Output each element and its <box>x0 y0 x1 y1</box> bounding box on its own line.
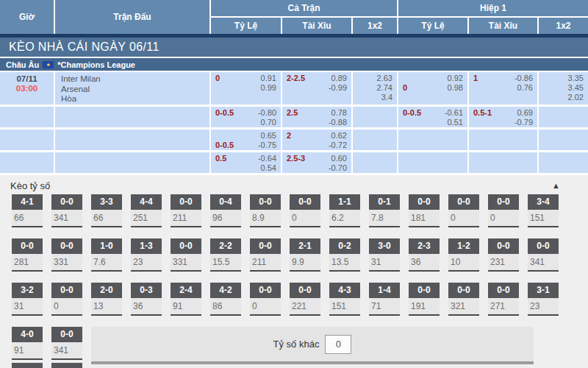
score-odds[interactable]: 0 <box>290 210 320 227</box>
h1-handicap-cell[interactable]: 00.920.98 <box>398 72 467 105</box>
score-odds[interactable]: 66 <box>91 210 122 227</box>
score-odds[interactable]: 211 <box>250 254 281 272</box>
score-odds[interactable]: 13.5 <box>329 254 360 272</box>
score-cell[interactable]: 0-0341 <box>51 327 82 360</box>
score-odds[interactable]: 15.5 <box>210 254 241 272</box>
score-odds[interactable]: 10 <box>448 254 479 272</box>
score-odds[interactable]: 23 <box>131 254 162 272</box>
other-score-input[interactable]: 0 <box>325 335 351 354</box>
score-cell[interactable]: 4-166 <box>12 194 43 227</box>
ft-handicap-cell[interactable]: 0-0.5-0.800.70 <box>211 107 281 127</box>
score-cell[interactable]: 3-4151 <box>528 194 559 227</box>
score-cell[interactable]: 0-00 <box>250 283 281 316</box>
score-odds[interactable]: 0 <box>488 210 519 227</box>
score-odds[interactable]: 151 <box>528 210 559 227</box>
score-cell[interactable]: 2-19.9 <box>290 238 320 272</box>
h1-over-under-cell[interactable]: 0.5-10.69-0.79 <box>469 107 537 127</box>
score-odds[interactable]: 91 <box>171 298 201 316</box>
score-cell[interactable]: 1-323 <box>131 238 162 272</box>
score-odds[interactable]: 0 <box>250 298 281 316</box>
score-odds[interactable]: 86 <box>210 298 241 316</box>
score-cell[interactable]: 0-0181 <box>409 194 440 227</box>
score-odds[interactable]: 31 <box>12 298 43 316</box>
score-cell[interactable]: 4-286 <box>210 283 241 316</box>
score-cell[interactable]: 0-0331 <box>51 238 82 272</box>
score-cell[interactable]: 2-215.5 <box>210 238 241 272</box>
h1-1x2-cell[interactable]: 3.353.452.02 <box>539 72 588 105</box>
score-cell[interactable]: 3-231 <box>12 283 43 316</box>
score-odds[interactable]: 7.6 <box>91 254 122 272</box>
score-odds[interactable]: 341 <box>51 342 82 360</box>
score-odds[interactable]: 6.2 <box>329 210 360 227</box>
score-cell[interactable]: 2-491 <box>171 283 201 316</box>
score-cell[interactable]: 0-0211 <box>250 238 281 272</box>
score-odds[interactable]: 0 <box>448 210 479 227</box>
score-cell[interactable]: 1-07.6 <box>91 238 122 272</box>
score-odds[interactable]: 211 <box>171 210 201 227</box>
score-odds[interactable]: 281 <box>12 254 43 272</box>
score-cell[interactable]: 0-0231 <box>488 238 519 272</box>
ft-over-under-cell[interactable]: 2.5-30.60-0.70 <box>282 152 351 173</box>
ft-1x2-cell[interactable]: 2.632.743.4 <box>353 72 397 105</box>
score-cell[interactable]: 0-0221 <box>290 283 320 316</box>
score-cell[interactable]: 4-091 <box>12 327 43 360</box>
score-cell[interactable]: 3-366 <box>91 194 122 227</box>
score-odds[interactable]: 331 <box>51 254 82 272</box>
score-odds[interactable]: 341 <box>528 254 559 272</box>
ft-handicap-cell[interactable]: 0.5-0.640.54 <box>211 152 281 173</box>
score-cell[interactable]: 0-0281 <box>12 238 43 272</box>
score-cell[interactable]: 3-123 <box>528 283 559 316</box>
h1-handicap-cell[interactable]: 0-0.5-0.610.51 <box>398 107 467 127</box>
ft-over-under-cell[interactable]: 20.62-0.72 <box>282 130 351 150</box>
score-odds[interactable]: 66 <box>12 210 43 227</box>
ft-over-under-cell[interactable]: 2-2.50.89-0.99 <box>282 72 351 105</box>
score-cell[interactable]: 1-210 <box>448 238 479 272</box>
score-odds[interactable]: 341 <box>51 210 82 227</box>
score-cell[interactable]: 1-16.2 <box>329 194 360 227</box>
score-odds[interactable]: 181 <box>409 210 440 227</box>
score-cell[interactable]: 2-013 <box>91 283 122 316</box>
score-cell[interactable]: 0-00 <box>51 283 82 316</box>
ft-handicap-cell[interactable]: 0-0.50.65-0.75 <box>211 130 281 150</box>
score-cell[interactable]: 0-0211 <box>171 194 201 227</box>
collapse-arrow-icon[interactable]: ▲ <box>552 181 560 190</box>
ft-over-under-cell[interactable]: 2.50.78-0.88 <box>282 107 351 127</box>
score-odds[interactable]: 23 <box>528 298 559 316</box>
score-cell[interactable]: 2-336 <box>409 238 440 272</box>
score-cell[interactable]: 0-00 <box>488 194 519 227</box>
score-odds[interactable]: 71 <box>369 298 400 316</box>
score-odds[interactable]: 9.9 <box>290 254 320 272</box>
score-odds[interactable]: 8.9 <box>250 210 281 227</box>
score-odds[interactable]: 321 <box>448 298 479 316</box>
score-cell[interactable]: 0-0341 <box>51 194 82 227</box>
score-cell[interactable]: 4-4251 <box>131 194 162 227</box>
score-cell[interactable]: 0-0271 <box>488 283 519 316</box>
score-odds[interactable]: 36 <box>131 298 162 316</box>
score-odds[interactable]: 251 <box>131 210 162 227</box>
score-cell[interactable]: 0-00 <box>290 194 320 227</box>
h1-over-under-cell[interactable]: 1-0.860.76 <box>469 72 537 105</box>
score-cell[interactable]: 0-496 <box>210 194 241 227</box>
score-cell[interactable]: 0-00 <box>448 194 479 227</box>
score-odds[interactable]: 151 <box>329 298 360 316</box>
score-cell[interactable]: 0-213.5 <box>329 238 360 272</box>
score-cell[interactable]: 0-0191 <box>409 283 440 316</box>
ft-handicap-cell[interactable]: 00.910.99 <box>211 72 281 105</box>
score-odds[interactable]: 191 <box>409 298 440 316</box>
score-odds[interactable]: 231 <box>488 254 519 272</box>
score-odds[interactable]: 331 <box>171 254 201 272</box>
score-odds[interactable]: 7.8 <box>369 210 400 227</box>
score-odds[interactable]: 13 <box>91 298 122 316</box>
score-cell[interactable]: 3-031 <box>369 238 400 272</box>
score-odds[interactable]: 0 <box>51 298 82 316</box>
score-cell[interactable]: 0-0341 <box>528 238 559 272</box>
score-cell[interactable]: 0-17.8 <box>369 194 400 227</box>
score-cell[interactable]: 0-336 <box>131 283 162 316</box>
score-cell[interactable]: 4-3151 <box>329 283 360 316</box>
score-odds[interactable]: 31 <box>369 254 400 272</box>
score-cell[interactable]: 1-471 <box>369 283 400 316</box>
score-odds[interactable]: 91 <box>12 342 43 360</box>
score-cell[interactable]: 0-0321 <box>448 283 479 316</box>
score-cell[interactable]: 0-08.9 <box>250 194 281 227</box>
score-odds[interactable]: 221 <box>290 298 320 316</box>
